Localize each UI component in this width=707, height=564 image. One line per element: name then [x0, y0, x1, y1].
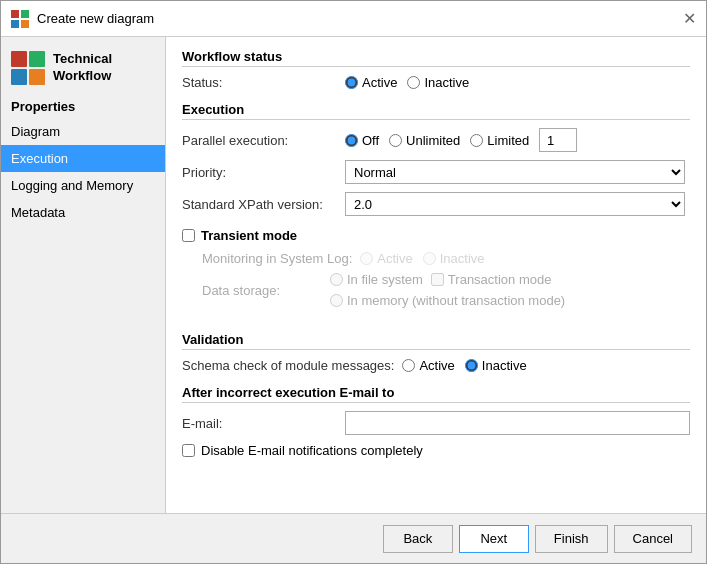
- memory-option[interactable]: In memory (without transaction mode): [330, 293, 565, 308]
- data-storage-options: In file system Transaction mode In memor…: [330, 272, 565, 308]
- status-active-option[interactable]: Active: [345, 75, 397, 90]
- after-exec-title: After incorrect execution E-mail to: [182, 385, 690, 403]
- monitoring-inactive-radio[interactable]: [423, 252, 436, 265]
- sidebar: Technical Workflow Properties Diagram Ex…: [1, 37, 166, 513]
- schema-active-radio[interactable]: [402, 359, 415, 372]
- icon-block-orange: [29, 69, 45, 85]
- memory-label: In memory (without transaction mode): [347, 293, 565, 308]
- memory-radio[interactable]: [330, 294, 343, 307]
- schema-inactive-radio[interactable]: [465, 359, 478, 372]
- monitoring-active-label: Active: [377, 251, 412, 266]
- schema-label: Schema check of module messages:: [182, 358, 394, 373]
- parallel-off-radio[interactable]: [345, 134, 358, 147]
- parallel-label: Parallel execution:: [182, 133, 337, 148]
- monitoring-active-option[interactable]: Active: [360, 251, 412, 266]
- status-inactive-radio[interactable]: [407, 76, 420, 89]
- parallel-limited-radio[interactable]: [470, 134, 483, 147]
- xpath-select[interactable]: 2.0 1.0: [345, 192, 685, 216]
- svg-rect-3: [21, 20, 29, 28]
- status-label: Status:: [182, 75, 337, 90]
- dialog-icon: [11, 10, 29, 28]
- transient-section: Transient mode Monitoring in System Log:…: [182, 228, 690, 320]
- validation-section: Validation Schema check of module messag…: [182, 332, 690, 373]
- title-bar: Create new diagram ✕: [1, 1, 706, 37]
- status-active-radio[interactable]: [345, 76, 358, 89]
- sidebar-header: Technical Workflow: [1, 47, 165, 95]
- parallel-row: Parallel execution: Off Unlimited Lim: [182, 128, 690, 152]
- disable-email-checkbox[interactable]: [182, 444, 195, 457]
- transient-sub-section: Monitoring in System Log: Active Inactiv…: [182, 251, 690, 320]
- parallel-off-label: Off: [362, 133, 379, 148]
- execution-section: Execution Parallel execution: Off Unlimi…: [182, 102, 690, 216]
- monitoring-label: Monitoring in System Log:: [202, 251, 352, 266]
- parallel-count-field[interactable]: [539, 128, 577, 152]
- svg-rect-1: [21, 10, 29, 18]
- email-input[interactable]: [345, 411, 690, 435]
- email-row: E-mail:: [182, 411, 690, 435]
- transaction-mode-label: Transaction mode: [448, 272, 552, 287]
- status-inactive-option[interactable]: Inactive: [407, 75, 469, 90]
- parallel-radio-group: Off Unlimited Limited: [345, 128, 577, 152]
- cancel-button[interactable]: Cancel: [614, 525, 692, 553]
- schema-inactive-label: Inactive: [482, 358, 527, 373]
- validation-title: Validation: [182, 332, 690, 350]
- icon-block-blue: [11, 69, 27, 85]
- sidebar-title: Technical Workflow: [53, 51, 155, 85]
- xpath-label: Standard XPath version:: [182, 197, 337, 212]
- schema-radio-group: Active Inactive: [402, 358, 526, 373]
- close-button[interactable]: ✕: [683, 11, 696, 27]
- svg-rect-2: [11, 20, 19, 28]
- transient-row: Transient mode: [182, 228, 690, 243]
- transient-label: Transient mode: [201, 228, 297, 243]
- parallel-limited-label: Limited: [487, 133, 529, 148]
- schema-active-option[interactable]: Active: [402, 358, 454, 373]
- file-system-option[interactable]: In file system: [330, 272, 423, 287]
- transient-checkbox[interactable]: [182, 229, 195, 242]
- status-row: Status: Active Inactive: [182, 75, 690, 90]
- file-system-label: In file system: [347, 272, 423, 287]
- dialog-title: Create new diagram: [37, 11, 154, 26]
- sidebar-item-logging[interactable]: Logging and Memory: [1, 172, 165, 199]
- next-button[interactable]: Next: [459, 525, 529, 553]
- disable-email-label: Disable E-mail notifications completely: [201, 443, 423, 458]
- monitoring-inactive-option[interactable]: Inactive: [423, 251, 485, 266]
- parallel-count-input[interactable]: [539, 128, 577, 152]
- priority-select[interactable]: Normal High Low: [345, 160, 685, 184]
- dialog: Create new diagram ✕ Technical Workflow …: [0, 0, 707, 564]
- monitoring-active-radio[interactable]: [360, 252, 373, 265]
- finish-button[interactable]: Finish: [535, 525, 608, 553]
- parallel-off-option[interactable]: Off: [345, 133, 379, 148]
- workflow-icon: [11, 51, 45, 85]
- monitoring-row: Monitoring in System Log: Active Inactiv…: [202, 251, 690, 266]
- sidebar-item-diagram[interactable]: Diagram: [1, 118, 165, 145]
- schema-inactive-option[interactable]: Inactive: [465, 358, 527, 373]
- monitoring-radio-group: Active Inactive: [360, 251, 484, 266]
- file-system-radio[interactable]: [330, 273, 343, 286]
- file-system-row: In file system Transaction mode: [330, 272, 565, 287]
- after-exec-section: After incorrect execution E-mail to E-ma…: [182, 385, 690, 458]
- sidebar-item-execution[interactable]: Execution: [1, 145, 165, 172]
- parallel-limited-option[interactable]: Limited: [470, 133, 529, 148]
- disable-email-option[interactable]: Disable E-mail notifications completely: [182, 443, 423, 458]
- parallel-unlimited-option[interactable]: Unlimited: [389, 133, 460, 148]
- main-content: Technical Workflow Properties Diagram Ex…: [1, 37, 706, 513]
- schema-row: Schema check of module messages: Active …: [182, 358, 690, 373]
- workflow-status-title: Workflow status: [182, 49, 690, 67]
- parallel-unlimited-label: Unlimited: [406, 133, 460, 148]
- sidebar-item-metadata[interactable]: Metadata: [1, 199, 165, 226]
- execution-title: Execution: [182, 102, 690, 120]
- schema-active-label: Active: [419, 358, 454, 373]
- monitoring-inactive-label: Inactive: [440, 251, 485, 266]
- transaction-mode-option[interactable]: Transaction mode: [431, 272, 552, 287]
- priority-row: Priority: Normal High Low: [182, 160, 690, 184]
- workflow-status-section: Workflow status Status: Active Inactive: [182, 49, 690, 90]
- svg-rect-0: [11, 10, 19, 18]
- email-label: E-mail:: [182, 416, 337, 431]
- transaction-mode-checkbox[interactable]: [431, 273, 444, 286]
- back-button[interactable]: Back: [383, 525, 453, 553]
- right-panel: Workflow status Status: Active Inactive: [166, 37, 706, 513]
- properties-label: Properties: [1, 95, 165, 118]
- parallel-unlimited-radio[interactable]: [389, 134, 402, 147]
- priority-label: Priority:: [182, 165, 337, 180]
- data-storage-row: Data storage: In file system Transaction…: [202, 272, 690, 308]
